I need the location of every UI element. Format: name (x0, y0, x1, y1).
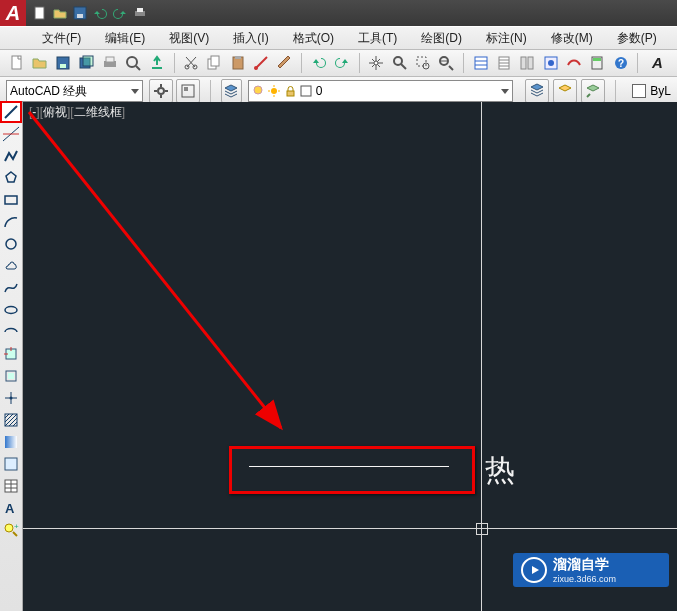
svg-rect-5 (12, 56, 21, 69)
markup-button[interactable] (563, 51, 584, 75)
zoomwin-button[interactable] (412, 51, 433, 75)
wsswitch-button[interactable] (176, 79, 200, 103)
workspace-combo-label: AutoCAD 经典 (10, 83, 87, 100)
workspace-combo[interactable]: AutoCAD 经典 (6, 80, 143, 102)
mtext-tool-button[interactable]: A (1, 498, 21, 518)
qat-save-icon[interactable] (72, 5, 88, 21)
polyline-tool-button[interactable] (1, 146, 21, 166)
calc-icon (589, 55, 605, 71)
color-control[interactable]: ByL (632, 84, 671, 98)
drawing-canvas[interactable]: [-][俯视][二维线框] 热 (23, 102, 677, 611)
svg-rect-19 (235, 56, 241, 59)
mtext-icon: A (3, 500, 19, 516)
zoomprev-button[interactable] (436, 51, 457, 75)
gear-button[interactable] (149, 79, 173, 103)
layerprev-button[interactable] (581, 79, 605, 103)
bigtext-button[interactable]: A (644, 51, 671, 75)
menu-edit[interactable]: 编辑(E) (93, 28, 157, 49)
layeriso-button[interactable] (553, 79, 577, 103)
layer-combo[interactable]: 0 (248, 80, 514, 102)
region-icon (3, 456, 19, 472)
svg-rect-39 (593, 58, 601, 61)
qat-new-icon[interactable] (32, 5, 48, 21)
table-tool-button[interactable] (1, 476, 21, 496)
save-button[interactable] (53, 51, 74, 75)
menu-dim[interactable]: 标注(N) (474, 28, 539, 49)
arc-tool-button[interactable] (1, 212, 21, 232)
props-button[interactable] (470, 51, 491, 75)
qat-redo-icon[interactable] (112, 5, 128, 21)
annotation-arrow (23, 102, 677, 611)
region-tool-button[interactable] (1, 454, 21, 474)
make-block-tool-button[interactable] (1, 366, 21, 386)
separator (174, 53, 175, 73)
brush-button[interactable] (274, 51, 295, 75)
layer-manager-button[interactable] (221, 79, 242, 103)
menu-modify[interactable]: 修改(M) (539, 28, 605, 49)
menu-format[interactable]: 格式(O) (281, 28, 346, 49)
sheet-icon (496, 55, 512, 71)
menu-file[interactable]: 文件(F) (30, 28, 93, 49)
copy-button[interactable] (204, 51, 225, 75)
cut-button[interactable] (180, 51, 201, 75)
sheet-button[interactable] (493, 51, 514, 75)
spline-tool-button[interactable] (1, 278, 21, 298)
addselect-tool-button[interactable]: + (1, 520, 21, 540)
dcenter-button[interactable] (540, 51, 561, 75)
redo-button[interactable] (331, 51, 352, 75)
menu-insert[interactable]: 插入(I) (221, 28, 280, 49)
insert-block-tool-button[interactable] (1, 344, 21, 364)
xline-tool-button[interactable] (1, 124, 21, 144)
pan-button[interactable] (366, 51, 387, 75)
calc-button[interactable] (587, 51, 608, 75)
help-button[interactable]: ? (610, 51, 631, 75)
lock-icon (284, 85, 296, 97)
menu-tools[interactable]: 工具(T) (346, 28, 409, 49)
publish-button[interactable] (146, 51, 167, 75)
line-tool-button[interactable] (1, 102, 21, 122)
make-block-icon (3, 368, 19, 384)
svg-point-50 (254, 86, 262, 94)
app-logo[interactable]: A (0, 0, 26, 26)
zoomwin-icon (415, 55, 431, 71)
match-button[interactable] (250, 51, 271, 75)
menu-param[interactable]: 参数(P) (605, 28, 669, 49)
svg-rect-0 (35, 7, 44, 19)
undo-button[interactable] (308, 51, 329, 75)
hatch-tool-button[interactable] (1, 410, 21, 430)
ellipse-icon (3, 302, 19, 318)
qat-print-icon[interactable] (132, 5, 148, 21)
svg-point-22 (394, 57, 402, 65)
rectangle-icon (3, 192, 19, 208)
point-tool-button[interactable] (1, 388, 21, 408)
qat-undo-icon[interactable] (92, 5, 108, 21)
bigtext-icon: A (650, 55, 666, 71)
menu-draw[interactable]: 绘图(D) (409, 28, 474, 49)
zoom-button[interactable] (389, 51, 410, 75)
ellipse-tool-button[interactable] (1, 300, 21, 320)
rectangle-tool-button[interactable] (1, 190, 21, 210)
point-icon (3, 390, 19, 406)
ellipse-arc-tool-button[interactable] (1, 322, 21, 342)
circle-tool-button[interactable] (1, 234, 21, 254)
viewport-label[interactable]: [-][俯视][二维线框] (29, 104, 125, 121)
polygon-tool-button[interactable] (1, 168, 21, 188)
new-button[interactable] (6, 51, 27, 75)
menu-view[interactable]: 视图(V) (157, 28, 221, 49)
saveas-button[interactable] (76, 51, 97, 75)
svg-rect-49 (184, 87, 188, 91)
open-button[interactable] (29, 51, 50, 75)
svg-rect-34 (521, 57, 526, 69)
layerstate-button[interactable] (525, 79, 549, 103)
separator (359, 53, 360, 73)
tool-palette-button[interactable] (517, 51, 538, 75)
layerstate-icon (529, 83, 545, 99)
qat-open-icon[interactable] (52, 5, 68, 21)
svg-rect-35 (528, 57, 533, 69)
plot-button[interactable] (99, 51, 120, 75)
preview-button[interactable] (123, 51, 144, 75)
wsswitch-icon (180, 83, 196, 99)
revcloud-tool-button[interactable] (1, 256, 21, 276)
paste-button[interactable] (227, 51, 248, 75)
gradient-tool-button[interactable] (1, 432, 21, 452)
